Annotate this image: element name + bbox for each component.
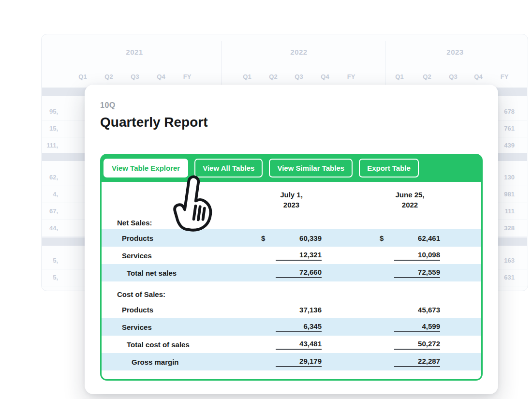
page-title: Quarterly Report bbox=[100, 115, 483, 130]
table-panel: View Table Explorer View All Tables View… bbox=[100, 154, 483, 381]
cell-value: 37,136 bbox=[276, 306, 322, 314]
bg-year-header: 2021 bbox=[126, 48, 143, 56]
cell-value: 50,272 bbox=[394, 340, 440, 350]
cell-value: 60,339 bbox=[276, 234, 322, 242]
bg-cell-fragment: 4, bbox=[42, 186, 58, 203]
bg-column-divider bbox=[222, 41, 222, 88]
report-type-label: 10Q bbox=[100, 101, 483, 110]
table-row: Total cost of sales 43,481 50,272 bbox=[102, 336, 481, 353]
bg-cell-fragment: 15, bbox=[42, 120, 58, 137]
cell-value: 12,321 bbox=[276, 251, 322, 261]
cell-value: 45,673 bbox=[394, 306, 440, 314]
hand-pointer-cursor bbox=[166, 171, 220, 237]
column-header-period-2: June 25, 2022 bbox=[380, 190, 440, 210]
cell-value: 10,098 bbox=[394, 251, 440, 261]
currency-symbol: $ bbox=[380, 234, 394, 242]
bg-quarter-header: FY bbox=[501, 73, 509, 80]
table-row: Total net sales 72,660 72,559 bbox=[102, 264, 481, 281]
bg-quarter-header: Q1 bbox=[395, 73, 403, 80]
bg-quarter-header: Q4 bbox=[157, 73, 165, 80]
row-label: Total cost of sales bbox=[102, 340, 261, 349]
quarterly-report-card: 10Q Quarterly Report View Table Explorer… bbox=[85, 85, 498, 394]
view-similar-tables-button[interactable]: View Similar Tables bbox=[269, 159, 353, 177]
bg-cell-fragment: 44, bbox=[42, 220, 58, 236]
bg-column-divider bbox=[385, 41, 385, 88]
bg-quarter-header: FY bbox=[183, 73, 192, 80]
bg-cell-fragment: 62, bbox=[42, 169, 58, 186]
financial-table: July 1, 2023 June 25, 2022 Net Sales: Pr… bbox=[102, 182, 481, 379]
bg-cell-fragment: 5, bbox=[42, 252, 58, 269]
table-row: Net Sales: bbox=[102, 216, 481, 229]
bg-quarter-header: Q2 bbox=[423, 73, 431, 80]
bg-quarter-header: Q1 bbox=[243, 73, 251, 80]
table-row: Gross margin 29,179 22,287 bbox=[102, 353, 481, 370]
table-header-row: July 1, 2023 June 25, 2022 bbox=[102, 182, 481, 216]
row-label: Products bbox=[102, 306, 261, 314]
bg-quarter-header: Q1 bbox=[78, 73, 87, 80]
table-row: Products $ 60,339 $ 62,461 bbox=[102, 229, 481, 247]
table-toolbar: View Table Explorer View All Tables View… bbox=[100, 154, 483, 182]
bg-quarter-header: FY bbox=[347, 73, 355, 80]
table-row: Services 12,321 10,098 bbox=[102, 247, 481, 264]
cell-value: 6,345 bbox=[276, 322, 322, 332]
bg-quarter-header: Q3 bbox=[131, 73, 139, 80]
hand-pointer-icon bbox=[166, 171, 220, 236]
currency-symbol: $ bbox=[261, 234, 276, 242]
cell-value: 22,287 bbox=[394, 357, 440, 367]
bg-cell-fragment: 111, bbox=[42, 137, 58, 154]
bg-quarter-header: Q3 bbox=[295, 73, 303, 80]
bg-quarter-header: Q3 bbox=[449, 73, 457, 80]
cell-value: 62,461 bbox=[394, 234, 440, 242]
row-label: Total net sales bbox=[102, 269, 261, 277]
table-row: Cost of Sales: bbox=[102, 287, 481, 301]
export-table-button[interactable]: Export Table bbox=[359, 159, 419, 177]
cell-value: 72,660 bbox=[276, 268, 322, 278]
cell-value: 43,481 bbox=[276, 340, 322, 350]
bg-cell-fragment: 67, bbox=[42, 203, 58, 220]
bg-quarter-header: Q4 bbox=[474, 73, 482, 80]
bg-quarter-header: Q4 bbox=[321, 73, 329, 80]
column-header-period-1: July 1, 2023 bbox=[261, 190, 322, 210]
view-all-tables-button[interactable]: View All Tables bbox=[194, 159, 263, 177]
row-label: Services bbox=[102, 251, 261, 260]
table-row: Products 37,136 45,673 bbox=[102, 301, 481, 318]
bg-quarter-header: Q2 bbox=[269, 73, 277, 80]
bg-cell-fragment: 5, bbox=[42, 269, 58, 286]
bg-quarter-header: Q2 bbox=[104, 73, 113, 80]
row-label: Cost of Sales: bbox=[102, 290, 261, 298]
row-label: Services bbox=[102, 323, 261, 331]
cell-value: 4,599 bbox=[394, 322, 440, 332]
table-row: Services 6,345 4,599 bbox=[102, 318, 481, 336]
row-label: Gross margin bbox=[102, 358, 261, 366]
row-label: Products bbox=[102, 234, 261, 242]
cell-value: 72,559 bbox=[394, 268, 440, 278]
bg-cell-fragment: 95, bbox=[42, 103, 58, 120]
bg-year-header: 2022 bbox=[290, 48, 307, 56]
cell-value: 29,179 bbox=[276, 357, 322, 367]
bg-year-header: 2023 bbox=[446, 48, 463, 56]
